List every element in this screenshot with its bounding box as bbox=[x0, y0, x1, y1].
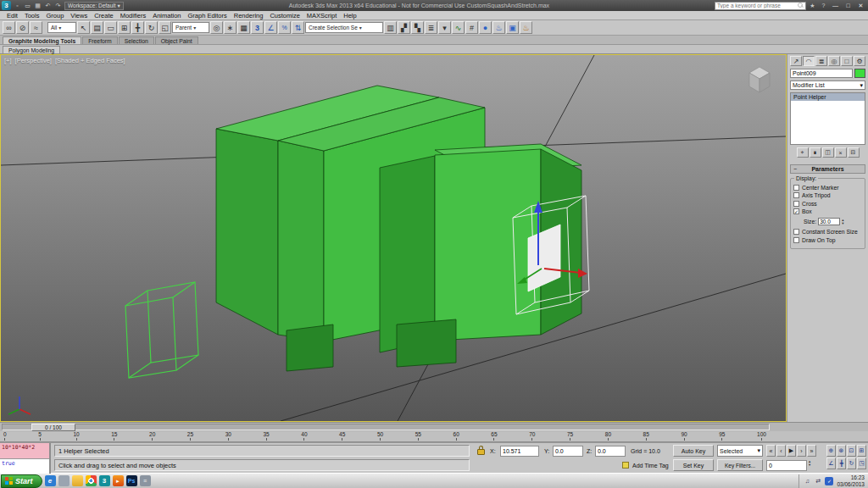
menu-help[interactable]: Help bbox=[340, 12, 359, 19]
display-checkbox[interactable]: Constant Screen Size bbox=[793, 229, 862, 235]
open-file-icon[interactable]: ▭ bbox=[23, 1, 32, 10]
use-pivot-center-icon[interactable]: ◎ bbox=[210, 21, 223, 34]
field-of-view-icon[interactable]: ∠ bbox=[826, 458, 836, 469]
show-desktop-icon[interactable] bbox=[58, 475, 70, 486]
show-end-result-icon[interactable]: ∎ bbox=[810, 147, 821, 158]
network-icon[interactable]: ⇄ bbox=[814, 477, 822, 485]
maxscript-mini-listener[interactable]: 10*10*40*2 true bbox=[0, 443, 51, 474]
reference-coordinate-dropdown[interactable]: Parent ▾ bbox=[172, 22, 209, 33]
parameters-rollout[interactable]: − Parameters bbox=[790, 164, 865, 174]
edit-named-selections-icon[interactable]: ▥ bbox=[384, 21, 397, 34]
display-checkbox[interactable]: Center Marker bbox=[793, 185, 862, 191]
render-production-icon[interactable]: ♨ bbox=[520, 21, 532, 34]
display-checkbox[interactable]: Cross bbox=[793, 201, 862, 207]
chrome-icon[interactable] bbox=[86, 475, 97, 486]
search-input[interactable] bbox=[715, 3, 796, 9]
menu-create[interactable]: Create bbox=[91, 12, 117, 19]
create-tab-icon[interactable]: ↗ bbox=[790, 56, 802, 66]
new-scene-icon[interactable]: ▫ bbox=[13, 1, 22, 10]
menu-maxscript[interactable]: MAXScript bbox=[303, 12, 340, 19]
checkbox-icon[interactable] bbox=[793, 185, 799, 191]
tab-graphite-modeling-tools[interactable]: Graphite Modeling Tools bbox=[3, 36, 81, 44]
minimize-button[interactable]: — bbox=[830, 1, 841, 10]
configure-modifier-sets-icon[interactable]: ⊟ bbox=[848, 147, 860, 158]
3ds-max-icon[interactable]: 3 bbox=[99, 475, 110, 486]
menu-views[interactable]: Views bbox=[67, 12, 91, 19]
undo-icon[interactable]: ↶ bbox=[43, 1, 53, 10]
object-name-field[interactable] bbox=[790, 69, 853, 78]
help-icon[interactable]: ? bbox=[819, 1, 828, 10]
windows-security-icon[interactable]: ✓ bbox=[825, 477, 833, 485]
selection-set-dropdown[interactable]: Selected ▾ bbox=[717, 445, 763, 457]
auto-key-button[interactable]: Auto Key bbox=[673, 445, 714, 457]
key-filters-button[interactable]: Key Filters... bbox=[717, 459, 763, 471]
search-icon[interactable] bbox=[798, 3, 804, 8]
z-coordinate-field[interactable] bbox=[595, 446, 626, 457]
notepad-icon[interactable]: ≡ bbox=[140, 475, 151, 486]
listener-output-line[interactable]: true bbox=[0, 459, 49, 474]
tab-freeform[interactable]: Freeform bbox=[82, 36, 118, 44]
y-coordinate-field[interactable] bbox=[553, 446, 583, 457]
menu-graph-editors[interactable]: Graph Editors bbox=[185, 12, 231, 19]
orbit-icon[interactable]: ↻ bbox=[847, 458, 856, 469]
listener-macro-line[interactable]: 10*10*40*2 bbox=[0, 443, 49, 459]
track-bar[interactable]: 0510152025303540455055606570758085909510… bbox=[0, 431, 868, 442]
stack-item-point-helper[interactable]: Point Helper bbox=[791, 93, 865, 101]
menu-rendering[interactable]: Rendering bbox=[231, 12, 267, 19]
snaps-toggle-icon[interactable]: 3 bbox=[251, 21, 264, 34]
menu-group[interactable]: Group bbox=[42, 12, 67, 19]
previous-frame-icon[interactable]: ‹ bbox=[776, 445, 786, 457]
viewport-menu-plus[interactable]: [+] bbox=[4, 57, 12, 64]
select-and-link-icon[interactable]: ∞ bbox=[3, 21, 15, 34]
maximize-button[interactable]: □ bbox=[843, 1, 854, 10]
play-icon[interactable]: ▶ bbox=[787, 445, 796, 457]
time-slider-track[interactable]: 0 / 100 bbox=[2, 424, 770, 430]
zoom-extents-icon[interactable]: ⊡ bbox=[847, 445, 856, 457]
time-slider-handle[interactable]: 0 / 100 bbox=[31, 424, 75, 431]
select-and-scale-icon[interactable]: ◱ bbox=[159, 21, 171, 34]
x-coordinate-field[interactable] bbox=[500, 446, 539, 457]
size-spinner[interactable]: ▴▾ bbox=[842, 219, 843, 225]
volume-icon[interactable]: ♫ bbox=[803, 477, 811, 485]
tab-object-paint[interactable]: Object Paint bbox=[155, 36, 198, 44]
modifier-list-dropdown[interactable]: Modifier List ▾ bbox=[790, 80, 865, 90]
favorites-star-icon[interactable]: ★ bbox=[808, 1, 817, 10]
rendered-frame-icon[interactable]: ▣ bbox=[506, 21, 519, 34]
frame-spinner[interactable]: ▴▾ bbox=[809, 460, 810, 467]
named-selection-sets-dropdown[interactable]: Create Selection Se ▾ bbox=[305, 22, 383, 33]
select-by-name-icon[interactable]: ▤ bbox=[91, 21, 103, 34]
zoom-icon[interactable]: ⊕ bbox=[826, 445, 836, 457]
object-color-swatch[interactable] bbox=[854, 69, 865, 78]
schematic-view-icon[interactable]: # bbox=[465, 21, 478, 34]
angle-snap-icon[interactable]: ∠ bbox=[264, 21, 277, 34]
redo-icon[interactable]: ↷ bbox=[53, 1, 63, 10]
utilities-tab-icon[interactable]: ⚙ bbox=[854, 56, 865, 66]
tab-polygon-modeling[interactable]: Polygon Modeling bbox=[3, 46, 60, 53]
maximize-viewport-icon[interactable]: ◳ bbox=[857, 458, 866, 469]
zoom-all-icon[interactable]: ⊛ bbox=[837, 445, 846, 457]
display-checkbox[interactable]: Axis Tripod bbox=[793, 192, 862, 198]
keyboard-override-icon[interactable]: ▦ bbox=[237, 21, 250, 34]
workspace-dropdown[interactable]: Workspace: Default ▾ bbox=[64, 2, 124, 10]
render-setup-icon[interactable]: ♨ bbox=[492, 21, 505, 34]
view-cube[interactable] bbox=[742, 62, 777, 97]
remove-modifier-icon[interactable]: × bbox=[835, 147, 847, 158]
display-tab-icon[interactable]: □ bbox=[841, 56, 853, 66]
align-icon[interactable]: ▚ bbox=[411, 21, 424, 34]
menu-tools[interactable]: Tools bbox=[21, 12, 43, 19]
selection-filter-dropdown[interactable]: All ▾ bbox=[47, 22, 76, 33]
select-and-move-icon[interactable]: ╋ bbox=[131, 21, 144, 34]
menu-modifiers[interactable]: Modifiers bbox=[117, 12, 149, 19]
tab-selection[interactable]: Selection bbox=[119, 36, 154, 44]
internet-explorer-icon[interactable]: e bbox=[45, 475, 56, 486]
display-checkbox[interactable]: ✓ Box bbox=[793, 208, 862, 214]
clock[interactable]: 16:23 03/06/2013 bbox=[837, 474, 865, 487]
menu-animation[interactable]: Animation bbox=[149, 12, 184, 19]
select-and-manipulate-icon[interactable]: ∗ bbox=[224, 21, 236, 34]
window-crossing-icon[interactable]: ⊞ bbox=[118, 21, 131, 34]
go-to-start-icon[interactable]: « bbox=[766, 445, 776, 457]
save-file-icon[interactable]: ▦ bbox=[33, 1, 42, 10]
select-object-icon[interactable]: ↖ bbox=[77, 21, 90, 34]
bind-to-space-warp-icon[interactable]: ≈ bbox=[30, 21, 42, 34]
rectangular-selection-icon[interactable]: ▭ bbox=[104, 21, 117, 34]
